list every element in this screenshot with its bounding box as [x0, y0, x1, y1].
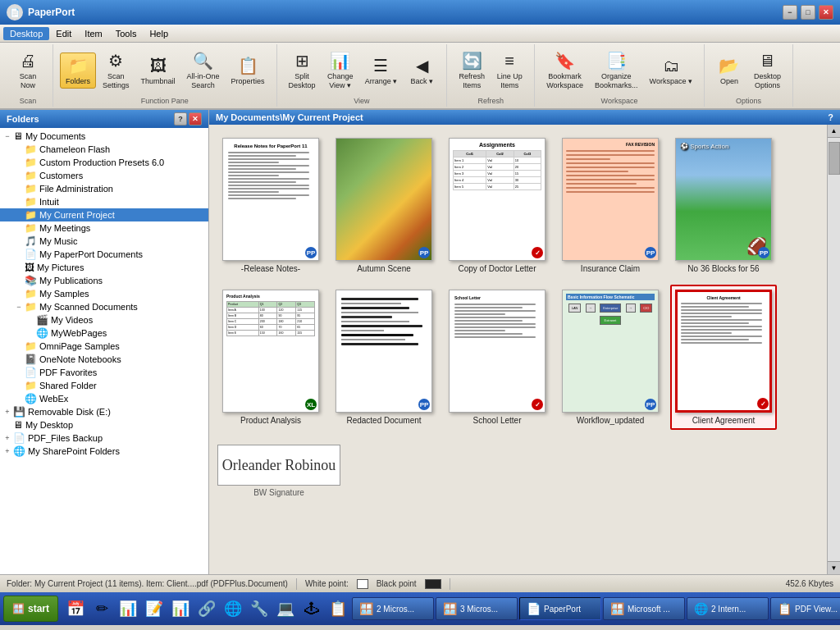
properties-button[interactable]: 📋 Properties — [226, 52, 270, 89]
taskbar-app-game[interactable]: 🕹 — [299, 596, 324, 621]
tree-item-my-desktop[interactable]: 🖥 My Desktop — [0, 418, 208, 431]
tree-item-shared-folder[interactable]: 📁 Shared Folder — [0, 379, 208, 392]
sidebar-close-button[interactable]: ✕ — [189, 112, 202, 126]
tree-item-intuit[interactable]: 📁 Intuit — [0, 195, 208, 208]
scroll-thumb[interactable] — [829, 142, 840, 175]
maximize-button[interactable]: □ — [801, 5, 815, 20]
split-desktop-button[interactable]: ⊞ SplitDesktop — [284, 48, 321, 94]
ribbon: 🖨 ScanNow Scan 📁 Folders ⚙ ScanSettings … — [0, 43, 840, 110]
taskbar-label-microsoft3: Microsoft ... — [628, 605, 670, 614]
content-help-icon[interactable]: ? — [828, 112, 833, 122]
tree-item-my-samples[interactable]: 📁 My Samples — [0, 287, 208, 300]
ribbon-function-pane-label: Function Pane — [141, 95, 189, 105]
doc-no36-blocks[interactable]: ⚽ Sports Action 🏈 PP No 36 Blocks for 56 — [670, 133, 777, 278]
tree-item-my-documents[interactable]: − 🖥 My Documents — [0, 130, 208, 143]
doc-redacted-document[interactable]: PP Redacted Document — [331, 285, 437, 430]
menu-desktop[interactable]: Desktop — [3, 27, 49, 40]
tree-item-file-admin[interactable]: 📁 File Administration — [0, 182, 208, 195]
tree-item-my-pictures[interactable]: 🖼 My Pictures — [0, 261, 208, 274]
minimize-button[interactable]: − — [783, 5, 797, 20]
taskbar-app-tool2[interactable]: 💻 — [273, 596, 298, 621]
taskbar-app-excel[interactable]: 📊 — [116, 596, 140, 621]
tree-item-my-webpages[interactable]: 🌐 MyWebPages — [0, 326, 208, 340]
doc-thumb-doctor-letter: Assignments Col1Col2Col3 Item 1Val10 Ite… — [449, 138, 546, 261]
scroll-up-button[interactable]: ▲ — [828, 125, 840, 138]
redacted-label: Redacted Document — [346, 416, 421, 425]
tree-item-paperport-docs[interactable]: 📄 My PaperPort Documents — [0, 248, 208, 261]
taskbar-app-tool1[interactable]: 🔧 — [247, 596, 272, 621]
ribbon-refresh-label: Refresh — [477, 95, 504, 105]
change-view-button[interactable]: 📊 ChangeView ▾ — [322, 48, 358, 94]
line-up-button[interactable]: ≡ Line UpItems — [491, 48, 527, 94]
desktop-options-button[interactable]: 🖥 DesktopOptions — [749, 48, 786, 94]
arrange-button[interactable]: ☰ Arrange ▾ — [360, 52, 403, 89]
tree-item-scanned-docs[interactable]: − 📁 My Scanned Documents — [0, 300, 208, 313]
tree-item-chameleon-flash[interactable]: 📁 Chameleon Flash — [0, 143, 208, 156]
open-button[interactable]: 📂 Open — [711, 52, 747, 89]
taskbar-app-browser[interactable]: 🌐 — [221, 596, 245, 621]
workspace-icon: 🗂 — [663, 56, 679, 75]
tree-item-my-music[interactable]: 🎵 My Music — [0, 235, 208, 248]
back-icon: ◀ — [416, 56, 428, 75]
scan-settings-button[interactable]: ⚙ ScanSettings — [98, 48, 135, 94]
taskbar-app-calendar[interactable]: 📅 — [63, 596, 88, 621]
taskbar-app-pen[interactable]: ✏ — [89, 596, 114, 621]
taskbar-item-internet[interactable]: 🌐 2 Intern... — [687, 597, 769, 620]
doc-school-letter[interactable]: School Letter — [444, 285, 550, 430]
menu-help[interactable]: Help — [143, 27, 175, 40]
tree-item-omnipage[interactable]: 📁 OmniPage Samples — [0, 340, 208, 353]
taskbar-item-pdfview[interactable]: 📋 PDF View... — [770, 597, 840, 620]
taskbar-app-ftp[interactable]: 🔗 — [194, 596, 219, 621]
folders-button[interactable]: 📁 Folders — [60, 52, 96, 89]
doc-insurance-claim[interactable]: FAX REVISION — [557, 133, 664, 278]
organize-bookmarks-button[interactable]: 📑 OrganizeBookmarks... — [590, 48, 643, 94]
status-black-point-label: Black point — [377, 579, 417, 588]
menu-item[interactable]: Item — [78, 27, 108, 40]
refresh-items-button[interactable]: 🔄 RefreshItems — [454, 48, 490, 94]
taskbar-item-micros1[interactable]: 🪟 2 Micros... — [352, 597, 434, 620]
open-icon: 📂 — [719, 56, 739, 75]
taskbar-icon-internet: 🌐 — [694, 602, 708, 615]
taskbar-app-word[interactable]: 📝 — [142, 596, 167, 621]
scroll-down-button[interactable]: ▼ — [828, 561, 840, 574]
workspace-button[interactable]: 🗂 Workspace ▾ — [645, 52, 697, 89]
doc-product-analysis[interactable]: Product Analysis ProductQ1Q2Q3 Item A100… — [217, 285, 324, 430]
tree-item-my-meetings[interactable]: 📁 My Meetings — [0, 221, 208, 235]
tree-item-my-publications[interactable]: 📚 My Publications — [0, 274, 208, 287]
tree-item-sharepoint[interactable]: + 🌐 My SharePoint Folders — [0, 445, 208, 458]
scan-settings-icon: ⚙ — [108, 51, 123, 71]
tree-item-pdf-files-backup[interactable]: + 📄 PDF_Files Backup — [0, 431, 208, 445]
taskbar-app-powerpoint[interactable]: 📊 — [168, 596, 193, 621]
tree-item-custom-production[interactable]: 📁 Custom Production Presets 6.0 — [0, 156, 208, 169]
sidebar-title: Folders — [7, 114, 39, 124]
sidebar-help-button[interactable]: ? — [174, 112, 187, 126]
doc-doctor-letter[interactable]: Assignments Col1Col2Col3 Item 1Val10 Ite… — [444, 133, 550, 278]
back-button[interactable]: ◀ Back ▾ — [404, 52, 440, 89]
tree-item-removable-disk[interactable]: + 💾 Removable Disk (E:) — [0, 405, 208, 418]
tree-item-my-videos[interactable]: 🎬 My Videos — [0, 313, 208, 326]
tree-item-onenote[interactable]: 📓 OneNote Notebooks — [0, 353, 208, 366]
taskbar-item-microsoft3[interactable]: 🪟 Microsoft ... — [603, 597, 685, 620]
bookmark-workspace-button[interactable]: 🔖 BookmarkWorkspace — [541, 48, 588, 94]
tree-item-webex[interactable]: 🌐 WebEx — [0, 392, 208, 405]
tree-item-pdf-favorites[interactable]: 📄 PDF Favorites — [0, 366, 208, 379]
taskbar-item-paperport[interactable]: 📄 PaperPort — [519, 597, 601, 620]
thumbnail-button[interactable]: 🖼 Thumbnail — [136, 52, 180, 89]
doc-client-agreement[interactable]: Client Agreement — [670, 285, 777, 430]
content-scrollbar: ▲ ▼ — [827, 125, 840, 574]
tree-item-customers[interactable]: 📁 Customers — [0, 169, 208, 182]
taskbar-item-micros2[interactable]: 🪟 3 Micros... — [436, 597, 518, 620]
taskbar-app-sheet[interactable]: 📋 — [326, 596, 350, 621]
menu-edit[interactable]: Edit — [49, 27, 78, 40]
start-button[interactable]: 🪟 start — [3, 596, 58, 622]
close-button[interactable]: ✕ — [819, 5, 833, 20]
all-in-one-button[interactable]: 🔍 All-in-OneSearch — [182, 48, 225, 94]
doc-release-notes[interactable]: Release Notes for PaperPort 11 — [217, 133, 324, 278]
doc-workflow[interactable]: Basic Information Flow Schematic LAN → E… — [557, 285, 664, 430]
menu-tools[interactable]: Tools — [109, 27, 144, 40]
ribbon-group-function-pane: 📁 Folders ⚙ ScanSettings 🖼 Thumbnail 🔍 A… — [53, 44, 277, 107]
scan-now-button[interactable]: 🖨 ScanNow — [10, 48, 46, 94]
folders-icon: 📁 — [68, 56, 89, 75]
doc-autumn-scene[interactable]: PP Autumn Scene — [331, 133, 437, 278]
tree-item-current-project[interactable]: 📁 My Current Project — [0, 208, 208, 221]
